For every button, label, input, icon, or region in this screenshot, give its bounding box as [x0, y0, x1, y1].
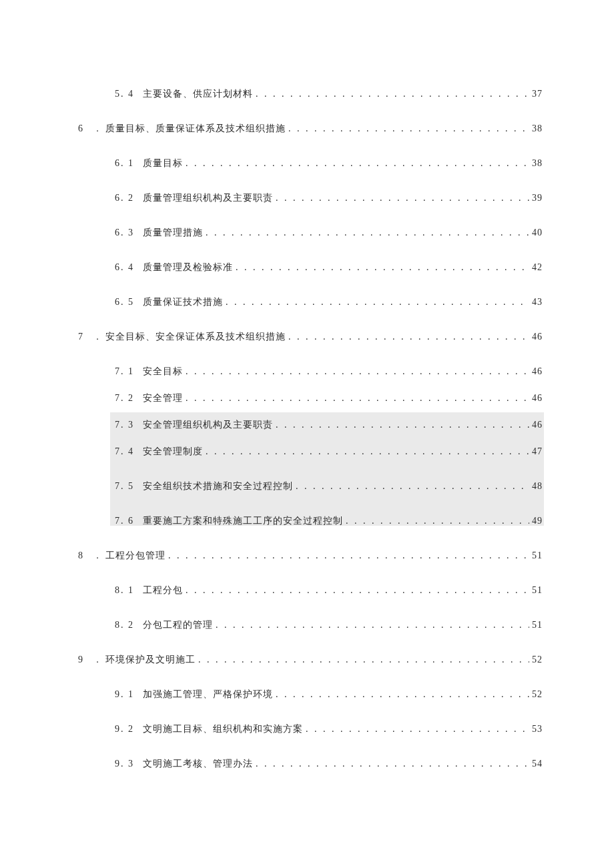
toc-number: 8. 1 — [115, 583, 140, 598]
toc-page: 53 — [529, 722, 543, 737]
toc-leaders — [303, 722, 529, 737]
toc-entry-6-3: 6. 3 质量管理措施 40 — [78, 226, 543, 240]
toc-page: 51 — [529, 583, 543, 598]
toc-title: 质量目标 — [140, 156, 183, 171]
toc-leaders — [253, 757, 529, 771]
toc-chapter-7: 7 ． 安全目标、安全保证体系及技术组织措施 46 — [78, 330, 543, 344]
toc-chapter-9: 9 ． 环境保护及文明施工 52 — [78, 653, 543, 667]
toc-entry-7-4: 7. 4 安全管理制度 47 — [78, 444, 543, 459]
toc-page: 46 — [529, 391, 543, 406]
toc-page: 42 — [529, 260, 543, 275]
toc-leaders — [183, 156, 529, 171]
toc-title: 质量管理措施 — [140, 226, 203, 240]
toc-dot: ． — [87, 121, 103, 136]
toc-number: 7. 4 — [115, 444, 140, 459]
toc-title: 质量保证技术措施 — [140, 295, 223, 310]
toc-number: 6. 2 — [115, 191, 140, 205]
toc-entry-9-1: 9. 1 加强施工管理、严格保护环境 52 — [78, 687, 543, 702]
toc-entry-5-4: 5. 4 主要设备、供应计划材料 37 — [78, 87, 543, 101]
toc-page: 48 — [529, 479, 543, 494]
toc-leaders — [273, 687, 529, 702]
toc-entry-7-5: 7. 5 安全组织技术措施和安全过程控制 48 — [78, 479, 543, 494]
toc-title: 安全目标、安全保证体系及技术组织措施 — [103, 330, 286, 344]
toc-number: 7. 2 — [115, 391, 140, 406]
toc-entry-6-1: 6. 1 质量目标 38 — [78, 156, 543, 171]
toc-page: 38 — [529, 121, 543, 136]
toc-number: 9 — [78, 653, 87, 667]
toc-title: 分包工程的管理 — [140, 618, 213, 632]
toc-title: 安全管理 — [140, 391, 183, 406]
toc-page: 52 — [529, 687, 543, 702]
toc-leaders — [343, 514, 529, 528]
toc-entry-9-3: 9. 3 文明施工考核、管理办法 54 — [78, 757, 543, 771]
toc-page: 51 — [529, 618, 543, 632]
toc-title: 工程分包 — [140, 583, 183, 598]
toc-title: 质量管理组织机构及主要职责 — [140, 191, 273, 205]
toc-number: 7. 1 — [115, 364, 140, 379]
toc-title: 环境保护及文明施工 — [103, 653, 196, 667]
toc-leaders — [213, 618, 529, 632]
document-page: 5. 4 主要设备、供应计划材料 37 6 ． 质量目标、质量保证体系及技术组织… — [0, 0, 614, 868]
toc-title: 安全管理制度 — [140, 444, 203, 459]
toc-page: 49 — [529, 514, 543, 528]
toc-leaders — [233, 260, 529, 275]
toc-page: 46 — [529, 418, 543, 432]
toc-title: 工程分包管理 — [103, 548, 166, 563]
toc-chapter-6: 6 ． 质量目标、质量保证体系及技术组织措施 38 — [78, 121, 543, 136]
toc-leaders — [286, 121, 529, 136]
toc-title: 质量管理及检验标准 — [140, 260, 233, 275]
toc-dot: ． — [87, 548, 103, 563]
toc-leaders — [223, 295, 529, 310]
toc-page: 54 — [529, 757, 543, 771]
toc-number: 9. 2 — [115, 722, 140, 737]
toc-number: 6. 4 — [115, 260, 140, 275]
toc-number: 9. 3 — [115, 757, 140, 771]
toc-title: 文明施工考核、管理办法 — [140, 757, 253, 771]
toc-title: 主要设备、供应计划材料 — [140, 87, 253, 101]
toc-title: 重要施工方案和特殊施工工序的安全过程控制 — [140, 514, 343, 528]
toc-title: 安全目标 — [140, 364, 183, 379]
toc-page: 39 — [529, 191, 543, 205]
toc-number: 6. 3 — [115, 226, 140, 240]
toc-dot: ． — [87, 330, 103, 344]
toc-entry-9-2: 9. 2 文明施工目标、组织机构和实施方案 53 — [78, 722, 543, 737]
toc-leaders — [253, 87, 529, 101]
toc-number: 7. 3 — [115, 418, 140, 432]
toc-entry-6-4: 6. 4 质量管理及检验标准 42 — [78, 260, 543, 275]
toc-leaders — [273, 191, 529, 205]
toc-leaders — [293, 479, 529, 494]
toc-title: 质量目标、质量保证体系及技术组织措施 — [103, 121, 286, 136]
toc-entry-6-2: 6. 2 质量管理组织机构及主要职责 39 — [78, 191, 543, 205]
toc-number: 7. 6 — [115, 514, 140, 528]
toc-leaders — [273, 418, 529, 432]
toc-page: 51 — [529, 548, 543, 563]
toc-dot: ． — [87, 653, 103, 667]
toc-page: 46 — [529, 330, 543, 344]
toc-leaders — [183, 364, 529, 379]
toc-leaders — [166, 548, 529, 563]
toc-page: 37 — [529, 87, 543, 101]
toc-page: 43 — [529, 295, 543, 310]
toc-number: 6 — [78, 121, 87, 136]
toc-number: 8. 2 — [115, 618, 140, 632]
toc-entry-7-1: 7. 1 安全目标 46 — [78, 364, 543, 379]
toc-number: 5. 4 — [115, 87, 140, 101]
toc-page: 47 — [529, 444, 543, 459]
toc-page: 40 — [529, 226, 543, 240]
toc-leaders — [183, 583, 529, 598]
toc-entry-7-6: 7. 6 重要施工方案和特殊施工工序的安全过程控制 49 — [78, 514, 543, 528]
toc-page: 52 — [529, 653, 543, 667]
toc-page: 46 — [529, 364, 543, 379]
toc-title: 文明施工目标、组织机构和实施方案 — [140, 722, 303, 737]
toc-entry-8-1: 8. 1 工程分包 51 — [78, 583, 543, 598]
toc-leaders — [203, 226, 529, 240]
toc-leaders — [286, 330, 529, 344]
toc-number: 7 — [78, 330, 87, 344]
toc-entry-7-3: 7. 3 安全管理组织机构及主要职责 46 — [78, 418, 543, 432]
toc-entry-8-2: 8. 2 分包工程的管理 51 — [78, 618, 543, 632]
toc-title: 安全组织技术措施和安全过程控制 — [140, 479, 293, 494]
toc-number: 7. 5 — [115, 479, 140, 494]
toc-number: 6. 1 — [115, 156, 140, 171]
toc-title: 安全管理组织机构及主要职责 — [140, 418, 273, 432]
toc-leaders — [196, 653, 529, 667]
